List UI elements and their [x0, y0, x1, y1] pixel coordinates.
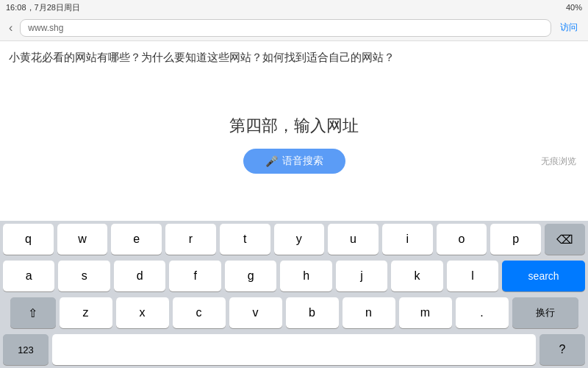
visit-button[interactable]: 访问 — [556, 20, 582, 35]
key-shift[interactable]: ⇧ — [10, 297, 56, 328]
status-bar: 16:08，7月28日周日 40% — [0, 0, 588, 15]
mic-icon: 🎤 — [265, 155, 278, 167]
voice-search-area: 🎤 语音搜索 无痕浏览 — [0, 144, 588, 178]
browser-bar: ‹ www.shg 访问 — [0, 15, 588, 41]
key-a[interactable]: a — [3, 261, 54, 291]
key-m[interactable]: m — [399, 297, 452, 328]
key-i[interactable]: i — [382, 224, 433, 255]
key-d[interactable]: d — [114, 261, 165, 291]
key-e[interactable]: e — [111, 224, 162, 255]
search-button[interactable]: search — [502, 261, 585, 291]
status-signal: 40% — [566, 3, 582, 12]
key-delete[interactable]: ⌫ — [545, 224, 585, 255]
key-period[interactable]: . — [456, 297, 509, 328]
content-area: 小黄花必看的网站有哪些？为什么要知道这些网站？如何找到适合自己的网站？ — [0, 41, 588, 100]
url-bar[interactable]: www.shg — [20, 19, 551, 37]
key-w[interactable]: w — [57, 224, 108, 255]
content-text: 小黄花必看的网站有哪些？为什么要知道这些网站？如何找到适合自己的网站？ — [9, 49, 579, 66]
key-p[interactable]: p — [490, 224, 541, 255]
key-return[interactable]: 换行 — [512, 297, 578, 328]
keyboard-row-1: q w e r t y u i o p ⌫ — [0, 221, 588, 258]
key-v[interactable]: v — [229, 297, 282, 328]
keyboard-row-4: 123 ? — [0, 331, 588, 368]
url-text: www.shg — [28, 23, 63, 33]
key-x[interactable]: x — [116, 297, 169, 328]
incognito-text: 无痕浏览 — [541, 155, 576, 168]
section-title: 第四部，输入网址 — [0, 100, 588, 144]
key-r[interactable]: r — [165, 224, 216, 255]
keyboard-row-3: ⇧ z x c v b n m . 换行 — [0, 294, 588, 331]
voice-search-label: 语音搜索 — [282, 155, 323, 168]
keyboard: q w e r t y u i o p ⌫ a s d f g h j k l … — [0, 221, 588, 368]
key-num[interactable]: 123 — [3, 334, 49, 365]
key-c[interactable]: c — [173, 297, 226, 328]
key-f[interactable]: f — [169, 261, 220, 291]
key-b[interactable]: b — [286, 297, 339, 328]
back-button[interactable]: ‹ — [6, 20, 15, 36]
key-z[interactable]: z — [60, 297, 112, 328]
keyboard-row-2: a s d f g h j k l search — [0, 258, 588, 294]
key-g[interactable]: g — [225, 261, 276, 291]
key-u[interactable]: u — [328, 224, 379, 255]
key-question[interactable]: ? — [539, 334, 585, 365]
key-y[interactable]: y — [274, 224, 325, 255]
status-time: 16:08，7月28日周日 — [6, 2, 80, 13]
key-o[interactable]: o — [437, 224, 487, 255]
key-j[interactable]: j — [336, 261, 387, 291]
key-k[interactable]: k — [391, 261, 442, 291]
key-h[interactable]: h — [280, 261, 331, 291]
key-n[interactable]: n — [343, 297, 395, 328]
key-l[interactable]: l — [447, 261, 498, 291]
key-q[interactable]: q — [3, 224, 54, 255]
key-t[interactable]: t — [220, 224, 270, 255]
voice-search-button[interactable]: 🎤 语音搜索 — [243, 149, 345, 174]
key-space[interactable] — [52, 334, 536, 365]
key-s[interactable]: s — [58, 261, 110, 291]
